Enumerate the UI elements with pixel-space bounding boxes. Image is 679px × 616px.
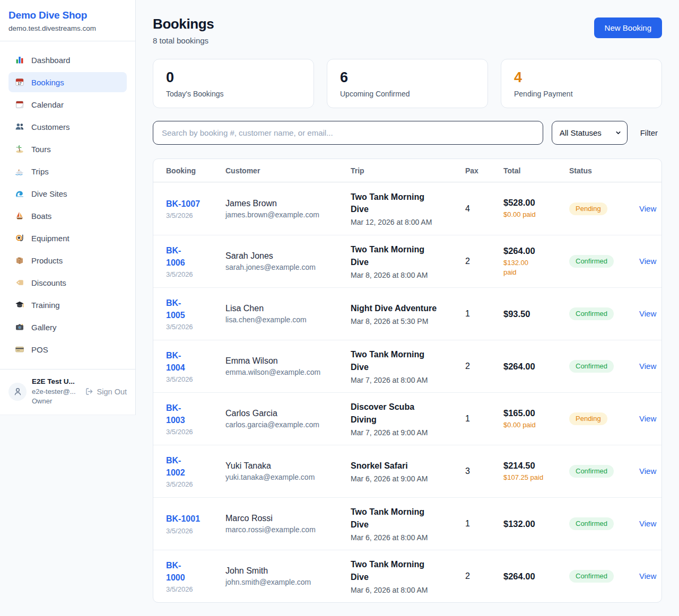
- brand-name: Demo Dive Shop: [8, 10, 127, 21]
- sidebar-item-pos[interactable]: POS: [8, 339, 127, 359]
- booking-date: 3/5/2026: [166, 212, 225, 219]
- dashboard-icon: [15, 55, 24, 65]
- column-header-customer: Customer: [225, 159, 351, 182]
- trip-datetime: Mar 8, 2026 at 5:30 PM: [351, 317, 465, 325]
- svg-text:17: 17: [18, 82, 22, 85]
- booking-id-link[interactable]: BK-1002: [166, 454, 185, 479]
- view-link[interactable]: View: [639, 204, 656, 213]
- total-amount: $165.00: [503, 408, 569, 418]
- paid-amount: $132.00paid: [503, 258, 569, 277]
- user-footer: E2E Test U... e2e-tester@... Owner Sign …: [0, 369, 135, 415]
- sidebar-item-tours[interactable]: Tours: [8, 139, 127, 159]
- table-row: BK-10023/5/2026Yuki Tanakayuki.tanaka@ex…: [153, 445, 661, 497]
- sidebar-item-training[interactable]: Training: [8, 295, 127, 315]
- sidebar-item-boats[interactable]: Boats: [8, 206, 127, 226]
- sign-out-button[interactable]: Sign Out: [85, 387, 127, 396]
- table-row: BK-10003/5/2026John Smithjohn.smith@exam…: [153, 550, 661, 602]
- filter-button[interactable]: Filter: [636, 128, 662, 137]
- status-filter-select[interactable]: All Statuses: [552, 121, 628, 145]
- customer-name: Carlos Garcia: [225, 409, 351, 418]
- table-body: BK-10073/5/2026James Brownjames.brown@ex…: [153, 182, 661, 602]
- pax-count: 2: [465, 571, 503, 581]
- stat-card-todays-bookings: 0 Today's Bookings: [153, 59, 314, 108]
- sidebar-item-label: Bookings: [31, 78, 64, 87]
- booking-id-link[interactable]: BK-1007: [166, 198, 200, 210]
- table-row: BK-10013/5/2026Marco Rossimarco.rossi@ex…: [153, 497, 661, 550]
- view-link[interactable]: View: [639, 571, 656, 580]
- stat-label: Today's Bookings: [166, 90, 301, 98]
- search-input[interactable]: [153, 121, 543, 145]
- sidebar-nav: Dashboard17BookingsCalendarCustomersTour…: [0, 41, 135, 369]
- sidebar-item-label: Trips: [31, 167, 49, 176]
- sailboat-icon: [15, 211, 24, 221]
- view-link[interactable]: View: [639, 309, 656, 318]
- sign-out-label: Sign Out: [97, 388, 127, 396]
- sidebar-item-label: Dive Sites: [31, 189, 67, 198]
- sidebar-item-dive-sites[interactable]: Dive Sites: [8, 183, 127, 204]
- status-badge: Confirmed: [569, 360, 614, 373]
- booking-date: 3/5/2026: [166, 527, 225, 535]
- trip-name: Two Tank MorningDive: [351, 558, 465, 583]
- paid-amount: $0.00 paid: [503, 420, 569, 430]
- status-badge: Confirmed: [569, 465, 614, 478]
- pax-count: 4: [465, 204, 503, 214]
- page-title: Bookings: [153, 16, 214, 32]
- sidebar-item-label: Dashboard: [31, 56, 70, 65]
- stats-row: 0 Today's Bookings 6 Upcoming Confirmed …: [153, 59, 662, 108]
- sidebar-item-customers[interactable]: Customers: [8, 117, 127, 137]
- sidebar-item-equipment[interactable]: Equipment: [8, 228, 127, 248]
- booking-id-link[interactable]: BK-1001: [166, 513, 200, 525]
- customer-name: Lisa Chen: [225, 304, 351, 313]
- main-content: Bookings 8 total bookings New Booking 0 …: [136, 0, 679, 616]
- sidebar-item-discounts[interactable]: Discounts: [8, 272, 127, 293]
- avatar: [8, 383, 27, 401]
- user-name: E2E Test U...: [32, 377, 76, 387]
- booking-id-link[interactable]: BK-1000: [166, 559, 185, 584]
- user-email: e2e-tester@...: [32, 387, 76, 397]
- customer-name: John Smith: [225, 566, 351, 576]
- sidebar-item-label: Equipment: [31, 234, 69, 243]
- column-header-total: Total: [503, 159, 569, 182]
- sidebar-item-label: Boats: [31, 212, 51, 221]
- island-icon: [15, 144, 24, 154]
- table-row: BK-10053/5/2026Lisa Chenlisa.chen@exampl…: [153, 287, 661, 340]
- view-link[interactable]: View: [639, 362, 656, 371]
- booking-id-link[interactable]: BK-1004: [166, 349, 185, 374]
- trip-datetime: Mar 8, 2026 at 8:00 AM: [351, 271, 465, 279]
- sidebar-item-calendar[interactable]: Calendar: [8, 94, 127, 115]
- sidebar-item-label: Tours: [31, 145, 51, 154]
- column-header-status: Status: [569, 159, 639, 182]
- new-booking-button[interactable]: New Booking: [594, 17, 662, 38]
- view-link[interactable]: View: [639, 519, 656, 528]
- view-link[interactable]: View: [639, 257, 656, 266]
- pax-count: 1: [465, 309, 503, 319]
- stat-card-pending-payment: 4 Pending Payment: [501, 59, 662, 108]
- brand-domain: demo.test.divestreams.com: [8, 24, 127, 32]
- calendar-icon: [15, 100, 24, 109]
- stat-label: Pending Payment: [514, 90, 649, 98]
- sidebar-item-label: POS: [31, 345, 48, 354]
- customer-email: marco.rossi@example.com: [225, 525, 351, 534]
- booking-id-link[interactable]: BK-1005: [166, 297, 185, 321]
- sidebar-item-bookings[interactable]: 17Bookings: [8, 72, 127, 92]
- booking-id-link[interactable]: BK-1006: [166, 244, 185, 269]
- table-row: BK-10033/5/2026Carlos Garciacarlos.garci…: [153, 392, 661, 445]
- view-link[interactable]: View: [639, 414, 656, 423]
- sidebar-item-gallery[interactable]: Gallery: [8, 317, 127, 337]
- sidebar-item-dashboard[interactable]: Dashboard: [8, 50, 127, 70]
- booking-id-link[interactable]: BK-1003: [166, 402, 185, 426]
- trip-datetime: Mar 6, 2026 at 8:00 AM: [351, 586, 465, 594]
- package-icon: [15, 256, 24, 265]
- trip-name: Discover ScubaDiving: [351, 401, 465, 425]
- sidebar-item-trips[interactable]: Trips: [8, 161, 127, 181]
- column-header-pax: Pax: [465, 159, 503, 182]
- total-amount: $264.00: [503, 362, 569, 372]
- sidebar-item-products[interactable]: Products: [8, 250, 127, 270]
- trip-datetime: Mar 7, 2026 at 8:00 AM: [351, 376, 465, 384]
- trip-name: Night Dive Adventure: [351, 302, 465, 314]
- total-amount: $132.00: [503, 519, 569, 529]
- customer-email: carlos.garcia@example.com: [225, 420, 351, 429]
- pax-count: 2: [465, 362, 503, 371]
- view-link[interactable]: View: [639, 467, 656, 476]
- wave-icon: [15, 189, 24, 198]
